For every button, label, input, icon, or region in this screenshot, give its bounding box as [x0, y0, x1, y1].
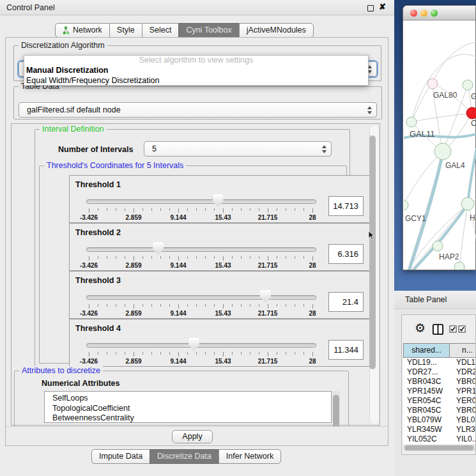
threshold-value-field[interactable] — [328, 292, 364, 312]
threshold-slider[interactable]: -3.4262.8599.14415.4321.71528 — [70, 319, 371, 366]
threshold-slider[interactable]: -3.4262.8599.14415.4321.71528 — [70, 176, 371, 222]
split-column-icon[interactable] — [432, 323, 444, 335]
cell-name[interactable]: YDL1... — [454, 358, 476, 367]
slider-track[interactable] — [86, 295, 316, 300]
slider-track[interactable] — [86, 343, 316, 348]
table-row[interactable]: YBR045CYBR0... — [403, 406, 476, 415]
network-node-green[interactable] — [461, 197, 474, 210]
algorithm-option-equal-width-frequency-discretization[interactable]: Equal Width/Frequency Discretization — [24, 75, 368, 86]
table-panel-container: ⚙ shared... n... YDL19...YDL1...YDR27...… — [401, 314, 476, 455]
table-row[interactable]: YER054CYER0... — [403, 396, 476, 406]
cell-name[interactable]: YBR0... — [454, 406, 476, 415]
table-row[interactable]: YIL052CYIL0... — [403, 434, 476, 444]
network-node-green[interactable] — [404, 200, 408, 210]
cell-name[interactable]: YPR1... — [454, 387, 476, 396]
threshold-slider[interactable]: -3.4262.8599.14415.4321.71528 — [70, 224, 371, 270]
table-row[interactable]: YPR145WYPR1... — [403, 387, 476, 396]
attribute-item-selfloops[interactable]: SelfLoops — [52, 394, 331, 404]
algorithm-option-manual-discretization[interactable]: Manual Discretization — [24, 65, 368, 75]
network-node-green[interactable] — [433, 241, 443, 251]
tab-jactivemnodules[interactable]: jActiveMNodules — [239, 23, 314, 38]
network-node-green[interactable] — [406, 117, 417, 127]
node-label-hap2: HAP2 — [439, 252, 459, 261]
window-minimize-icon[interactable] — [420, 10, 427, 17]
tab-cyni-toolbox[interactable]: Cyni Toolbox — [178, 23, 239, 38]
cell-name[interactable]: YBL0... — [454, 415, 476, 425]
settings-vertical-scrollbar[interactable] — [369, 125, 378, 424]
slider-track[interactable] — [86, 199, 316, 204]
major-tick — [312, 208, 313, 213]
network-window-titlebar[interactable] — [403, 6, 475, 20]
cell-name[interactable]: YER0... — [454, 396, 476, 406]
network-node-green[interactable] — [434, 143, 451, 160]
settings-scrollbar-thumb[interactable] — [369, 135, 376, 369]
threshold-value-field[interactable] — [328, 340, 364, 360]
cell-shared-name[interactable]: YDR27... — [403, 367, 454, 377]
column-header-name[interactable]: n... — [450, 343, 476, 358]
network-node-pink[interactable] — [427, 79, 438, 89]
table-panel-title: Table Panel — [405, 295, 447, 304]
checkbox-checked-icon[interactable] — [449, 325, 457, 333]
gear-icon[interactable]: ⚙ — [415, 322, 426, 334]
cell-name[interactable]: YLR3... — [454, 425, 476, 434]
table-row[interactable]: YBR043CYBR0... — [403, 377, 476, 387]
number-of-intervals-combobox[interactable]: 5 — [144, 141, 332, 157]
attributes-list-scrollbar[interactable] — [332, 391, 340, 423]
cell-shared-name[interactable]: YBR045C — [403, 406, 454, 415]
cell-shared-name[interactable]: YLR345W — [403, 425, 454, 434]
tab-style[interactable]: Style — [109, 23, 142, 38]
combo-stepper-icon[interactable] — [321, 144, 327, 154]
cell-name[interactable]: YBR0... — [454, 377, 476, 387]
close-panel-icon[interactable]: ✘ — [379, 2, 386, 12]
slider-thumb[interactable] — [213, 194, 224, 207]
algorithm-popup-placeholder[interactable]: Select algorithm to view settings — [24, 56, 368, 65]
tab-impute-data[interactable]: Impute Data — [91, 449, 150, 464]
threshold-value-field[interactable] — [328, 196, 364, 216]
table-scrollbar-thumb[interactable] — [404, 445, 473, 450]
cell-name[interactable]: YDR2... — [454, 367, 476, 377]
network-node-red[interactable] — [466, 107, 476, 119]
cell-shared-name[interactable]: YIL052C — [403, 434, 454, 444]
cell-shared-name[interactable]: YPR145W — [403, 387, 454, 396]
table-row[interactable]: YBL079WYBL0... — [403, 415, 476, 425]
window-close-icon[interactable] — [410, 10, 417, 17]
combo-stepper-icon[interactable] — [367, 105, 372, 115]
tab-discretize-data[interactable]: Discretize Data — [150, 449, 219, 464]
table-row[interactable]: YDR27...YDR2... — [403, 367, 476, 377]
minor-tick — [160, 208, 161, 211]
slider-track[interactable] — [86, 247, 316, 252]
slider-thumb[interactable] — [260, 290, 271, 303]
float-window-icon[interactable] — [367, 5, 374, 12]
threshold-list: Threshold 1 -3.4262.8599.14415.4321.7152… — [40, 166, 346, 363]
tick-label: 28 — [295, 262, 330, 269]
cell-name[interactable]: YIL0... — [454, 434, 476, 444]
table-data-combobox[interactable]: galFiltered.sif default node — [19, 102, 377, 118]
minor-tick — [98, 352, 98, 355]
numerical-attributes-list[interactable]: SelfLoopsTopologicalCoefficientBetweenne… — [44, 391, 332, 423]
network-node-green[interactable] — [454, 262, 464, 270]
checkbox-checked-icon[interactable] — [458, 325, 466, 333]
minor-tick — [142, 352, 143, 355]
slider-thumb[interactable] — [153, 242, 164, 255]
cell-shared-name[interactable]: YER054C — [403, 396, 454, 406]
table-horizontal-scrollbar[interactable] — [403, 445, 476, 451]
tab-infer-network[interactable]: Infer Network — [219, 449, 281, 464]
slider-thumb[interactable] — [188, 338, 199, 351]
table-row[interactable]: YDL19...YDL1... — [403, 358, 476, 367]
column-header-shared-name[interactable]: shared... — [403, 343, 450, 358]
threshold-slider[interactable]: -3.4262.8599.14415.4321.71528 — [70, 272, 371, 318]
threshold-value-field[interactable] — [328, 244, 364, 264]
network-node-green[interactable] — [463, 80, 473, 90]
table-row[interactable]: YLR345WYLR3... — [403, 425, 476, 434]
attribute-item-betweennesscentrality[interactable]: BetweennessCentrality — [52, 413, 331, 423]
tab-select[interactable]: Select — [142, 23, 180, 38]
cell-shared-name[interactable]: YBR043C — [403, 377, 454, 387]
major-tick — [223, 352, 224, 357]
tab-network[interactable]: Network — [55, 23, 110, 38]
cell-shared-name[interactable]: YBL079W — [403, 415, 454, 425]
apply-button[interactable]: Apply — [172, 430, 213, 443]
network-canvas[interactable]: GAL80GACGAL11GAL4GCY1HAHAP2 — [404, 20, 476, 270]
window-zoom-icon[interactable] — [431, 10, 438, 17]
cell-shared-name[interactable]: YDL19... — [403, 358, 454, 367]
attribute-item-topologicalcoefficient[interactable]: TopologicalCoefficient — [52, 404, 331, 414]
